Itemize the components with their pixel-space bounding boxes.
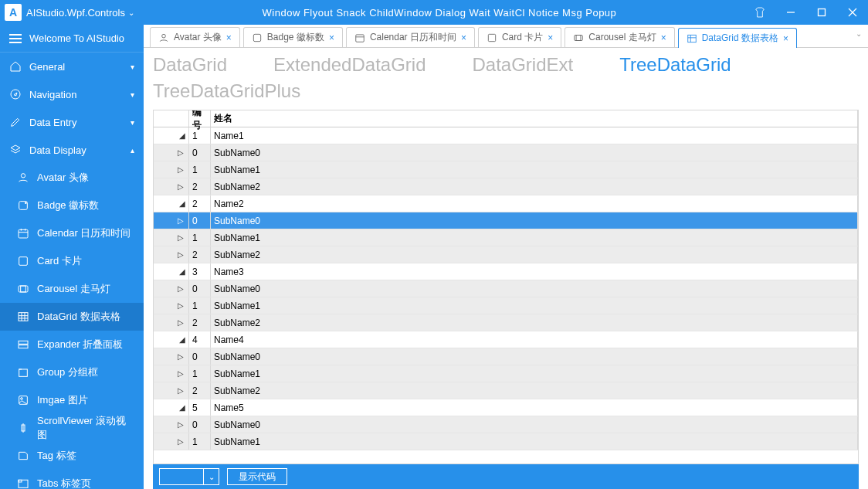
- table-row[interactable]: ◢5Name5: [154, 399, 858, 416]
- header-name[interactable]: 姓名: [211, 110, 858, 127]
- sidebar-item[interactable]: Card 卡片: [0, 247, 144, 275]
- table-row[interactable]: ▷2SubName2: [154, 178, 858, 195]
- mode-option[interactable]: DataGridExt: [473, 54, 574, 76]
- expander-icon[interactable]: ▷: [154, 416, 189, 433]
- table-row[interactable]: ▷2SubName2: [154, 314, 858, 331]
- expander-icon[interactable]: ▷: [154, 280, 189, 297]
- header-expander: [154, 110, 189, 127]
- item-icon: [17, 283, 29, 295]
- expander-icon[interactable]: ▷: [154, 297, 189, 314]
- expander-icon[interactable]: ▷: [154, 382, 189, 399]
- close-icon[interactable]: ×: [226, 32, 232, 43]
- close-icon[interactable]: ×: [661, 32, 666, 43]
- maximize-button[interactable]: [806, 0, 837, 25]
- sidebar-item[interactable]: Badge 徽标数: [0, 192, 144, 219]
- item-label: Tabs 标签页: [37, 477, 91, 489]
- expander-icon[interactable]: ▷: [154, 246, 189, 263]
- close-icon[interactable]: ×: [329, 32, 334, 43]
- table-row[interactable]: ▷1SubName1: [154, 365, 858, 382]
- table-row[interactable]: ▷0SubName0: [154, 212, 858, 229]
- tab-label: DataGrid 数据表格: [702, 32, 778, 45]
- tab[interactable]: Badge 徽标数×: [243, 27, 343, 47]
- sidebar-item[interactable]: Expander 折叠面板: [0, 331, 144, 358]
- cell-name: Name1: [211, 127, 858, 144]
- cell-name: SubName0: [211, 416, 858, 433]
- expander-icon[interactable]: ▷: [154, 161, 189, 178]
- close-icon[interactable]: ×: [461, 32, 466, 43]
- tab-label: Card 卡片: [502, 31, 543, 44]
- cell-name: SubName0: [211, 144, 858, 161]
- table-row[interactable]: ▷0SubName0: [154, 348, 858, 365]
- tab[interactable]: DataGrid 数据表格×: [678, 28, 797, 48]
- cell-id: 0: [189, 416, 211, 433]
- table-row[interactable]: ◢2Name2: [154, 195, 858, 212]
- table-row[interactable]: ◢4Name4: [154, 331, 858, 348]
- close-button[interactable]: [837, 0, 868, 25]
- show-code-button[interactable]: 显示代码: [227, 468, 287, 485]
- table-row[interactable]: ▷1SubName1: [154, 229, 858, 246]
- table-row[interactable]: ▷2SubName2: [154, 382, 858, 399]
- table-row[interactable]: ▷1SubName1: [154, 297, 858, 314]
- expander-icon[interactable]: ▷: [154, 348, 189, 365]
- expander-icon[interactable]: ▷: [154, 229, 189, 246]
- table-row[interactable]: ◢1Name1: [154, 127, 858, 144]
- expander-icon[interactable]: ▷: [154, 314, 189, 331]
- mode-option[interactable]: TreeDataGrid: [619, 54, 731, 76]
- app-name-dropdown[interactable]: AIStudio.Wpf.Controls ⌄: [26, 7, 134, 19]
- item-icon: [17, 311, 29, 323]
- expander-icon[interactable]: ▷: [154, 178, 189, 195]
- mode-option[interactable]: TreeDataGridPlus: [153, 80, 300, 102]
- minimize-button[interactable]: [775, 0, 806, 25]
- sidebar-group-data-entry[interactable]: Data Entry ▾: [0, 108, 144, 136]
- sidebar-group-navigation[interactable]: Navigation ▾: [0, 80, 144, 108]
- expander-icon[interactable]: ◢: [154, 263, 189, 280]
- close-icon[interactable]: ×: [783, 33, 788, 44]
- mode-option[interactable]: ExtendedDataGrid: [273, 54, 426, 76]
- chevron-up-icon: ▴: [131, 146, 134, 155]
- expander-icon[interactable]: ▷: [154, 144, 189, 161]
- sidebar-item[interactable]: ScrollViewer 滚动视图: [0, 414, 144, 442]
- expander-icon[interactable]: ◢: [154, 399, 189, 416]
- sidebar-item[interactable]: Tag 标签: [0, 442, 144, 470]
- table-row[interactable]: ▷0SubName0: [154, 416, 858, 433]
- tab[interactable]: Card 卡片×: [478, 27, 561, 47]
- expander-icon[interactable]: ◢: [154, 331, 189, 348]
- tab-overflow-icon[interactable]: ⌄: [856, 29, 862, 38]
- group-label: General: [29, 61, 123, 73]
- window-menu[interactable]: Window Flyout Snack ChildWindow Dialog W…: [134, 7, 744, 19]
- sidebar-item[interactable]: Tabs 标签页: [0, 470, 144, 489]
- theme-combo[interactable]: ⌄: [159, 468, 219, 485]
- expander-icon[interactable]: ◢: [154, 195, 189, 212]
- table-row[interactable]: ◢3Name3: [154, 263, 858, 280]
- sidebar-group-data-display[interactable]: Data Display ▴: [0, 136, 144, 164]
- shirt-icon[interactable]: [744, 0, 775, 25]
- expander-icon[interactable]: ▷: [154, 365, 189, 382]
- close-icon[interactable]: ×: [548, 32, 553, 43]
- header-id[interactable]: 编号: [189, 110, 211, 127]
- table-row[interactable]: ▷2SubName2: [154, 246, 858, 263]
- cell-name: Name3: [211, 263, 858, 280]
- expander-icon[interactable]: ◢: [154, 127, 189, 144]
- table-row[interactable]: ▷1SubName1: [154, 161, 858, 178]
- tab[interactable]: Avatar 头像×: [150, 27, 240, 47]
- table-row[interactable]: ▷1SubName1: [154, 433, 858, 450]
- sidebar-item[interactable]: Carousel 走马灯: [0, 275, 144, 303]
- sidebar-welcome[interactable]: Welcome To AIStudio: [0, 25, 144, 53]
- mode-option[interactable]: DataGrid: [153, 54, 227, 76]
- sidebar-group-general[interactable]: General ▾: [0, 53, 144, 80]
- tab[interactable]: Carousel 走马灯×: [565, 27, 674, 47]
- expander-icon[interactable]: ▷: [154, 212, 189, 229]
- tab[interactable]: Calendar 日历和时间×: [346, 27, 475, 47]
- svg-rect-28: [19, 480, 28, 487]
- grid-body[interactable]: ◢1Name1▷0SubName0▷1SubName1▷2SubName2◢2N…: [154, 127, 858, 464]
- sidebar-item[interactable]: DataGrid 数据表格: [0, 303, 144, 331]
- table-row[interactable]: ▷0SubName0: [154, 280, 858, 297]
- sidebar-item[interactable]: Avatar 头像: [0, 164, 144, 192]
- svg-rect-34: [488, 34, 495, 41]
- expander-icon[interactable]: ▷: [154, 433, 189, 450]
- sidebar-item[interactable]: Calendar 日历和时间: [0, 219, 144, 247]
- sidebar-item[interactable]: Group 分组框: [0, 358, 144, 386]
- app-logo: A: [5, 4, 22, 21]
- table-row[interactable]: ▷0SubName0: [154, 144, 858, 161]
- sidebar-item[interactable]: Imgae 图片: [0, 386, 144, 414]
